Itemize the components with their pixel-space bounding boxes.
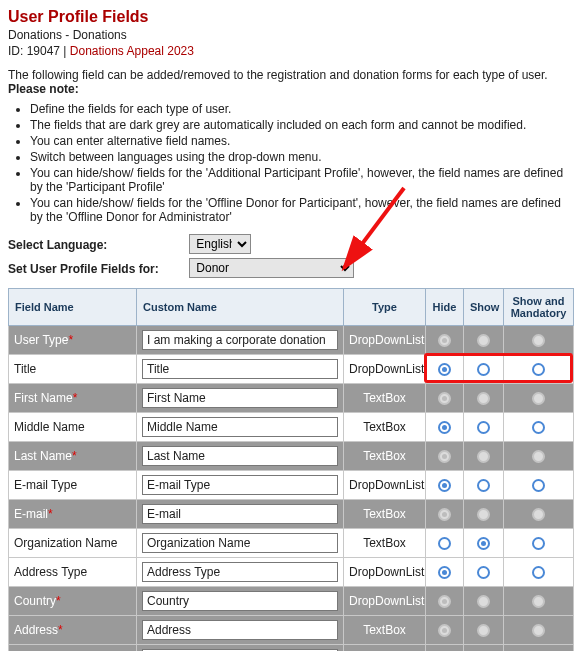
show-radio[interactable] (477, 479, 490, 492)
mand-cell (504, 500, 574, 529)
type-cell: TextBox (344, 529, 426, 558)
show-radio[interactable] (477, 566, 490, 579)
appeal-link[interactable]: Donations Appeal 2023 (70, 44, 194, 58)
mand-radio[interactable] (532, 363, 545, 376)
custom-name-cell (137, 355, 344, 384)
hide-radio[interactable] (438, 566, 451, 579)
list-item: You can enter alternative field names. (30, 134, 574, 148)
mand-radio (532, 595, 545, 608)
show-radio (477, 392, 490, 405)
show-radio (477, 624, 490, 637)
mand-radio (532, 334, 545, 347)
hide-cell (426, 413, 464, 442)
show-radio[interactable] (477, 363, 490, 376)
show-cell (464, 326, 504, 355)
type-cell: DropDownList (344, 471, 426, 500)
table-row: First Name*TextBox (9, 384, 574, 413)
note-label: Please note: (8, 82, 79, 96)
show-radio (477, 334, 490, 347)
mand-radio (532, 392, 545, 405)
language-select[interactable]: English (189, 234, 251, 254)
show-radio (477, 508, 490, 521)
custom-name-cell (137, 442, 344, 471)
custom-name-input[interactable] (142, 388, 338, 408)
intro-prefix: The following field can be added/removed… (8, 68, 548, 82)
col-type: Type (344, 289, 426, 326)
custom-name-input[interactable] (142, 533, 338, 553)
show-cell (464, 558, 504, 587)
required-asterisk-icon: * (58, 623, 63, 637)
hide-cell (426, 529, 464, 558)
id-line: ID: 19047 | Donations Appeal 2023 (8, 44, 574, 58)
show-cell (464, 616, 504, 645)
mand-cell (504, 529, 574, 558)
custom-name-input[interactable] (142, 359, 338, 379)
hide-radio (438, 508, 451, 521)
mand-cell (504, 645, 574, 652)
hide-cell (426, 587, 464, 616)
mand-cell (504, 326, 574, 355)
hide-cell (426, 500, 464, 529)
custom-name-input[interactable] (142, 591, 338, 611)
custom-name-input[interactable] (142, 504, 338, 524)
mand-radio[interactable] (532, 566, 545, 579)
custom-name-input[interactable] (142, 475, 338, 495)
hide-radio (438, 334, 451, 347)
custom-name-cell (137, 384, 344, 413)
type-cell: TextBox (344, 645, 426, 652)
hide-cell (426, 442, 464, 471)
hide-radio[interactable] (438, 479, 451, 492)
hide-radio[interactable] (438, 421, 451, 434)
breadcrumb: Donations - Donations (8, 28, 574, 42)
show-radio[interactable] (477, 537, 490, 550)
field-name-cell: Last Name* (9, 442, 137, 471)
mand-cell (504, 558, 574, 587)
custom-name-cell (137, 616, 344, 645)
custom-name-input[interactable] (142, 446, 338, 466)
mand-cell (504, 413, 574, 442)
field-name-cell: Title (9, 355, 137, 384)
table-row: Last Name*TextBox (9, 442, 574, 471)
custom-name-cell (137, 326, 344, 355)
mand-radio[interactable] (532, 421, 545, 434)
custom-name-input[interactable] (142, 417, 338, 437)
table-row: City*TextBox (9, 645, 574, 652)
show-cell (464, 413, 504, 442)
hide-radio[interactable] (438, 537, 451, 550)
hide-radio[interactable] (438, 363, 451, 376)
hide-cell (426, 326, 464, 355)
mand-radio[interactable] (532, 537, 545, 550)
type-cell: DropDownList (344, 326, 426, 355)
type-cell: DropDownList (344, 587, 426, 616)
show-cell (464, 471, 504, 500)
table-row: User Type*DropDownList (9, 326, 574, 355)
custom-name-input[interactable] (142, 330, 338, 350)
table-header-row: Field Name Custom Name Type Hide Show Sh… (9, 289, 574, 326)
fieldsfor-label: Set User Profile Fields for: (8, 262, 186, 276)
required-asterisk-icon: * (48, 507, 53, 521)
custom-name-cell (137, 587, 344, 616)
mand-cell (504, 471, 574, 500)
table-row: Address*TextBox (9, 616, 574, 645)
fieldsfor-select[interactable]: Donor (189, 258, 354, 278)
table-row: TitleDropDownList (9, 355, 574, 384)
notes-list: Define the fields for each type of user.… (30, 102, 574, 224)
hide-radio (438, 624, 451, 637)
custom-name-input[interactable] (142, 620, 338, 640)
mand-radio[interactable] (532, 479, 545, 492)
type-cell: DropDownList (344, 355, 426, 384)
required-asterisk-icon: * (73, 391, 78, 405)
field-name-cell: E-mail Type (9, 471, 137, 500)
language-row: Select Language: English (8, 234, 574, 254)
hide-radio (438, 392, 451, 405)
show-radio[interactable] (477, 421, 490, 434)
field-name-cell: Organization Name (9, 529, 137, 558)
mand-cell (504, 442, 574, 471)
field-name-cell: Address Type (9, 558, 137, 587)
type-cell: DropDownList (344, 558, 426, 587)
intro-text: The following field can be added/removed… (8, 68, 574, 96)
custom-name-input[interactable] (142, 562, 338, 582)
hide-cell (426, 616, 464, 645)
hide-cell (426, 471, 464, 500)
custom-name-cell (137, 413, 344, 442)
